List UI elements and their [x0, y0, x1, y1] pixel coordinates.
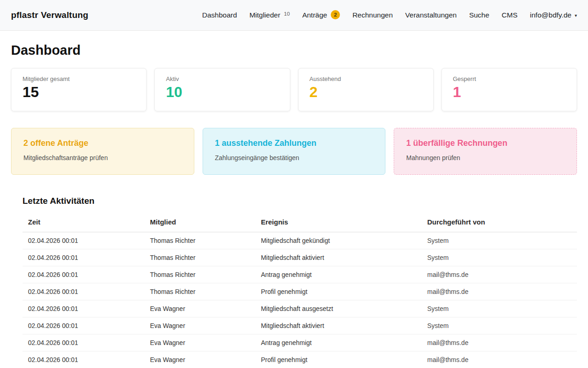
activities-table-head: Zeit Mitglied Ereignis Durchgeführt von	[23, 213, 577, 232]
table-cell-ereignis: Mitgliedschaft aktiviert	[255, 317, 422, 334]
table-cell-mitglied: Eva Wagner	[145, 334, 255, 351]
table-cell-ereignis: Mitgliedschaft ausgesetzt	[255, 300, 422, 317]
table-cell-durchgefuehrt-von: System	[422, 232, 577, 249]
nav-label: Dashboard	[202, 11, 237, 19]
stat-card-ausstehend: Ausstehend 2	[298, 68, 434, 111]
table-row: 02.04.2026 00:01Eva WagnerMitgliedschaft…	[23, 300, 577, 317]
table-cell-zeit: 02.04.2026 00:01	[23, 317, 145, 334]
table-cell-zeit: 02.04.2026 00:01	[23, 283, 145, 300]
page-title: Dashboard	[11, 43, 577, 58]
table-cell-mitglied: Thomas Richter	[145, 232, 255, 249]
table-cell-mitglied: Thomas Richter	[145, 283, 255, 300]
table-cell-durchgefuehrt-von: mail@thms.de	[422, 351, 577, 368]
nav-label: Rechnungen	[352, 11, 393, 19]
stat-label: Aktiv	[166, 75, 278, 82]
column-header-ereignis: Ereignis	[255, 213, 422, 232]
table-row: 02.04.2026 00:01Eva WagnerProfil genehmi…	[23, 351, 577, 368]
table-cell-mitglied: Eva Wagner	[145, 317, 255, 334]
mitglieder-count-badge: 10	[284, 11, 290, 17]
column-header-zeit: Zeit	[23, 213, 145, 232]
table-cell-durchgefuehrt-von: mail@thms.de	[422, 334, 577, 351]
alert-subtitle: Zahlungseingänge bestätigen	[215, 154, 373, 161]
alert-subtitle: Mahnungen prüfen	[406, 154, 565, 161]
stat-card-aktiv: Aktiv 10	[154, 68, 290, 111]
table-cell-zeit: 02.04.2026 00:01	[23, 266, 145, 283]
table-cell-durchgefuehrt-von: System	[422, 300, 577, 317]
alert-ueberfaellige-rechnungen[interactable]: 1 überfällige Rechnungen Mahnungen prüfe…	[394, 128, 577, 175]
table-row: 02.04.2026 00:01Eva WagnerMitgliedschaft…	[23, 317, 577, 334]
table-cell-durchgefuehrt-von: mail@thms.de	[422, 266, 577, 283]
table-cell-zeit: 02.04.2026 00:01	[23, 232, 145, 249]
alert-offene-antraege[interactable]: 2 offene Anträge Mitgliedschaftsanträge …	[11, 128, 194, 175]
nav-label: CMS	[502, 11, 517, 19]
column-header-mitglied: Mitglied	[145, 213, 255, 232]
table-cell-zeit: 02.04.2026 00:01	[23, 334, 145, 351]
alert-subtitle: Mitgliedschaftsanträge prüfen	[23, 154, 182, 161]
table-cell-mitglied: Eva Wagner	[145, 351, 255, 368]
nav-item-veranstaltungen[interactable]: Veranstaltungen	[405, 11, 457, 19]
table-row: 02.04.2026 00:01Thomas RichterAntrag gen…	[23, 266, 577, 283]
table-cell-durchgefuehrt-von: System	[422, 317, 577, 334]
stat-value: 15	[23, 84, 135, 100]
recent-activities-section: Letzte Aktivitäten Zeit Mitglied Ereigni…	[11, 196, 577, 368]
activities-table: Zeit Mitglied Ereignis Durchgeführt von …	[23, 213, 577, 368]
alert-ausstehende-zahlungen[interactable]: 1 ausstehende Zahlungen Zahlungseingänge…	[203, 128, 386, 175]
stat-label: Gesperrt	[453, 75, 565, 82]
table-cell-durchgefuehrt-von: mail@thms.de	[422, 283, 577, 300]
stat-value: 2	[310, 84, 422, 100]
nav-label: Veranstaltungen	[405, 11, 457, 19]
alerts-row: 2 offene Anträge Mitgliedschaftsanträge …	[11, 128, 577, 175]
header-row: Zeit Mitglied Ereignis Durchgeführt von	[23, 213, 577, 232]
table-cell-ereignis: Mitgliedschaft aktiviert	[255, 249, 422, 266]
main-nav: Dashboard Mitglieder 10 Anträge 2 Rechnu…	[202, 11, 577, 20]
table-row: 02.04.2026 00:01Thomas RichterProfil gen…	[23, 283, 577, 300]
user-menu[interactable]: info@bdfy.de ▾	[530, 11, 577, 19]
alert-title: 1 ausstehende Zahlungen	[215, 138, 373, 149]
nav-item-cms[interactable]: CMS	[502, 11, 517, 19]
table-row: 02.04.2026 00:01Eva WagnerAntrag genehmi…	[23, 334, 577, 351]
app-brand[interactable]: pflastr Verwaltung	[11, 10, 88, 20]
table-cell-ereignis: Profil genehmigt	[255, 351, 422, 368]
table-cell-mitglied: Thomas Richter	[145, 266, 255, 283]
stat-label: Mitglieder gesamt	[23, 75, 135, 82]
user-email: info@bdfy.de	[530, 11, 571, 19]
table-row: 02.04.2026 00:01Thomas RichterMitgliedsc…	[23, 232, 577, 249]
stat-label: Ausstehend	[310, 75, 422, 82]
nav-item-rechnungen[interactable]: Rechnungen	[352, 11, 393, 19]
chevron-down-icon: ▾	[575, 13, 577, 18]
table-cell-ereignis: Profil genehmigt	[255, 283, 422, 300]
activities-tbody: 02.04.2026 00:01Thomas RichterMitgliedsc…	[23, 232, 577, 368]
top-navbar: pflastr Verwaltung Dashboard Mitglieder …	[0, 0, 588, 31]
alert-title: 2 offene Anträge	[23, 138, 182, 149]
stats-row: Mitglieder gesamt 15 Aktiv 10 Ausstehend…	[11, 68, 577, 111]
table-cell-ereignis: Mitgliedschaft gekündigt	[255, 232, 422, 249]
alert-title: 1 überfällige Rechnungen	[406, 138, 565, 149]
table-cell-zeit: 02.04.2026 00:01	[23, 249, 145, 266]
table-row: 02.04.2026 00:01Thomas RichterMitgliedsc…	[23, 249, 577, 266]
nav-label: Mitglieder	[249, 11, 280, 19]
table-cell-durchgefuehrt-von: System	[422, 249, 577, 266]
stat-card-mitglieder-gesamt: Mitglieder gesamt 15	[11, 68, 147, 111]
table-cell-zeit: 02.04.2026 00:01	[23, 300, 145, 317]
activities-section-title: Letzte Aktivitäten	[23, 196, 577, 206]
nav-item-suche[interactable]: Suche	[469, 11, 489, 19]
column-header-durchgefuehrt-von: Durchgeführt von	[422, 213, 577, 232]
page-content: Dashboard Mitglieder gesamt 15 Aktiv 10 …	[0, 43, 588, 368]
stat-value: 1	[453, 84, 565, 100]
table-cell-zeit: 02.04.2026 00:01	[23, 351, 145, 368]
nav-item-dashboard[interactable]: Dashboard	[202, 11, 237, 19]
nav-item-antraege[interactable]: Anträge 2	[302, 11, 340, 20]
antraege-count-badge: 2	[331, 10, 340, 19]
stat-value: 10	[166, 84, 278, 100]
stat-card-gesperrt: Gesperrt 1	[441, 68, 577, 111]
nav-item-mitglieder[interactable]: Mitglieder 10	[249, 11, 290, 19]
table-cell-mitglied: Thomas Richter	[145, 249, 255, 266]
table-cell-ereignis: Antrag genehmigt	[255, 334, 422, 351]
nav-label: Suche	[469, 11, 489, 19]
table-cell-mitglied: Eva Wagner	[145, 300, 255, 317]
table-cell-ereignis: Antrag genehmigt	[255, 266, 422, 283]
nav-label: Anträge	[302, 11, 327, 19]
